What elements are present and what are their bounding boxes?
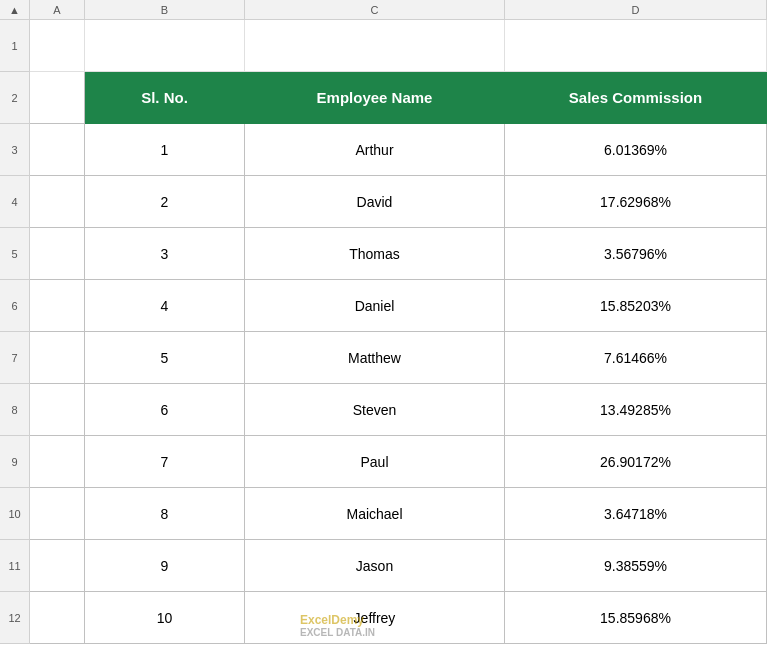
cell-name[interactable]: Matthew xyxy=(245,332,505,384)
table-row: 3 1 Arthur 6.01369% xyxy=(0,124,767,176)
row-number: 11 xyxy=(0,540,30,592)
table-row: 10 8 Maichael 3.64718% xyxy=(0,488,767,540)
col-header-d[interactable]: D xyxy=(505,0,767,19)
cell-r1-b[interactable] xyxy=(85,20,245,72)
row-number: 9 xyxy=(0,436,30,488)
row-number: 12 xyxy=(0,592,30,644)
header-sl-no[interactable]: Sl. No. xyxy=(85,72,245,124)
cell-sl[interactable]: 9 xyxy=(85,540,245,592)
cell-name[interactable]: Maichael xyxy=(245,488,505,540)
cell-commission[interactable]: 26.90172% xyxy=(505,436,767,488)
row-number: 4 xyxy=(0,176,30,228)
grid-body: 1 2 Sl. No. Employee Name Sales Commissi… xyxy=(0,20,767,658)
corner-cell: ▲ xyxy=(0,0,30,19)
cell-commission[interactable]: 15.85968% xyxy=(505,592,767,644)
table-row: 4 2 David 17.62968% xyxy=(0,176,767,228)
row-number: 8 xyxy=(0,384,30,436)
cell-sl[interactable]: 4 xyxy=(85,280,245,332)
table-row: 12 10 Jeffrey 15.85968% xyxy=(0,592,767,644)
row-number: 5 xyxy=(0,228,30,280)
cell-sl[interactable]: 5 xyxy=(85,332,245,384)
cell-r5-a[interactable] xyxy=(30,228,85,280)
row-number: 1 xyxy=(0,20,30,72)
col-header-a[interactable]: A xyxy=(30,0,85,19)
row-number: 6 xyxy=(0,280,30,332)
cell-name[interactable]: Paul xyxy=(245,436,505,488)
cell-r12-a[interactable] xyxy=(30,592,85,644)
cell-r9-a[interactable] xyxy=(30,436,85,488)
cell-r1-d[interactable] xyxy=(505,20,767,72)
cell-name[interactable]: Jeffrey xyxy=(245,592,505,644)
cell-commission[interactable]: 15.85203% xyxy=(505,280,767,332)
table-row: 6 4 Daniel 15.85203% xyxy=(0,280,767,332)
cell-commission[interactable]: 3.56796% xyxy=(505,228,767,280)
cell-r8-a[interactable] xyxy=(30,384,85,436)
cell-r7-a[interactable] xyxy=(30,332,85,384)
table-row: 8 6 Steven 13.49285% xyxy=(0,384,767,436)
spreadsheet-wrapper: ▲ A B C D 1 2 Sl. No. Employee Name Sa xyxy=(0,0,767,658)
cell-sl[interactable]: 8 xyxy=(85,488,245,540)
row-number: 10 xyxy=(0,488,30,540)
cell-sl[interactable]: 1 xyxy=(85,124,245,176)
cell-r11-a[interactable] xyxy=(30,540,85,592)
cell-sl[interactable]: 7 xyxy=(85,436,245,488)
table-row: 1 xyxy=(0,20,767,72)
cell-name[interactable]: David xyxy=(245,176,505,228)
cell-r1-a[interactable] xyxy=(30,20,85,72)
cell-sl[interactable]: 2 xyxy=(85,176,245,228)
header-sales-commission[interactable]: Sales Commission xyxy=(505,72,767,124)
cell-commission[interactable]: 13.49285% xyxy=(505,384,767,436)
cell-sl[interactable]: 6 xyxy=(85,384,245,436)
column-headers: ▲ A B C D xyxy=(0,0,767,20)
cell-commission[interactable]: 9.38559% xyxy=(505,540,767,592)
table-row: 5 3 Thomas 3.56796% xyxy=(0,228,767,280)
cell-name[interactable]: Arthur xyxy=(245,124,505,176)
spreadsheet-container: ▲ A B C D 1 2 Sl. No. Employee Name Sa xyxy=(0,0,767,658)
cell-name[interactable]: Thomas xyxy=(245,228,505,280)
cell-commission[interactable]: 7.61466% xyxy=(505,332,767,384)
cell-name[interactable]: Jason xyxy=(245,540,505,592)
cell-commission[interactable]: 3.64718% xyxy=(505,488,767,540)
cell-r10-a[interactable] xyxy=(30,488,85,540)
cell-r3-a[interactable] xyxy=(30,124,85,176)
col-header-b[interactable]: B xyxy=(85,0,245,19)
table-header-row: 2 Sl. No. Employee Name Sales Commission xyxy=(0,72,767,124)
cell-sl[interactable]: 3 xyxy=(85,228,245,280)
row-number: 2 xyxy=(0,72,30,124)
table-row: 7 5 Matthew 7.61466% xyxy=(0,332,767,384)
header-employee-name[interactable]: Employee Name xyxy=(245,72,505,124)
col-header-c[interactable]: C xyxy=(245,0,505,19)
row-number: 3 xyxy=(0,124,30,176)
cell-r1-c[interactable] xyxy=(245,20,505,72)
cell-commission[interactable]: 17.62968% xyxy=(505,176,767,228)
cell-commission[interactable]: 6.01369% xyxy=(505,124,767,176)
row-number: 7 xyxy=(0,332,30,384)
cell-r4-a[interactable] xyxy=(30,176,85,228)
cell-r6-a[interactable] xyxy=(30,280,85,332)
table-row: 11 9 Jason 9.38559% xyxy=(0,540,767,592)
table-row: 9 7 Paul 26.90172% xyxy=(0,436,767,488)
cell-r2-a[interactable] xyxy=(30,72,85,124)
cell-name[interactable]: Daniel xyxy=(245,280,505,332)
cell-sl[interactable]: 10 xyxy=(85,592,245,644)
cell-name[interactable]: Steven xyxy=(245,384,505,436)
